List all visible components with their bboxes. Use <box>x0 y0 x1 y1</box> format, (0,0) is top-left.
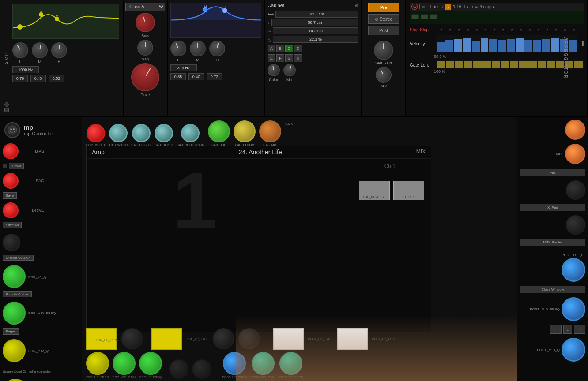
sag-knob[interactable] <box>136 39 154 56</box>
eq-knob-l-dial[interactable] <box>168 38 189 59</box>
pre-mid-gain-knob[interactable] <box>113 352 136 375</box>
letter-btn-f[interactable]: F <box>276 54 284 62</box>
stereo-cab-button[interactable]: STEREO <box>393 181 424 200</box>
step-x-15: × <box>562 27 569 32</box>
letter-btn-b[interactable]: B <box>276 45 284 52</box>
eq-knobs: L M H <box>170 41 261 62</box>
letter-btn-e[interactable]: E <box>268 54 275 62</box>
drive-knob[interactable] <box>126 58 164 96</box>
post-hp-freq-knob[interactable] <box>223 352 246 375</box>
cab-depth-knob[interactable] <box>155 124 173 142</box>
mix-knob-right[interactable] <box>565 144 585 164</box>
amp-label: AMP <box>4 52 9 65</box>
post-hp-freq-group: POST_HP_FREQ <box>222 352 247 379</box>
amp-knob-l-dial[interactable] <box>9 39 31 61</box>
pre-lp-type-pad[interactable] <box>151 328 182 350</box>
right-dark-knob-2[interactable] <box>566 215 585 235</box>
cab-color-dial[interactable] <box>267 63 281 77</box>
mix-group: Mix <box>376 67 392 88</box>
midi-router-button[interactable]: MIDI Router <box>520 239 585 246</box>
mix-knob[interactable] <box>373 64 394 86</box>
pre-button[interactable]: Pre <box>368 3 399 12</box>
cab-mix-knob[interactable] <box>259 120 281 142</box>
letter-btn-d[interactable]: D <box>294 45 302 52</box>
post-hp-type-pad[interactable] <box>273 328 304 350</box>
amp-freq-dropdown[interactable]: 1000 Hz <box>12 66 39 73</box>
ch1-label: Ch 1 <box>384 163 396 169</box>
post-lp-freq-label: POST_LP_FREQ <box>279 376 303 379</box>
right-arrow-button[interactable]: → <box>574 325 585 334</box>
letter-btn-h[interactable]: H <box>294 54 302 62</box>
cab-width-knob[interactable] <box>109 124 128 142</box>
faz-button[interactable]: Faz <box>520 169 585 176</box>
cab-height-group: CAB_HEIGHT <box>131 124 151 146</box>
amp-side-ctrl-1[interactable] <box>4 102 9 107</box>
pre-lp-freq-knob[interactable] <box>139 352 162 375</box>
sag-red-button[interactable] <box>3 173 19 189</box>
gain-knob-top[interactable] <box>565 120 585 140</box>
amp-side-ctrl-2[interactable] <box>4 108 9 112</box>
encoder-knob-1[interactable] <box>3 234 20 251</box>
letter-btn-g[interactable]: G <box>285 54 293 62</box>
amp-knob-h-dial[interactable] <box>50 41 68 59</box>
dark-knob-center-3[interactable] <box>238 328 260 349</box>
dark-knob-1[interactable] <box>169 359 188 379</box>
cab-height-knob[interactable] <box>132 124 151 142</box>
cab-reverse-button[interactable]: CAB_REVERSE <box>359 181 390 200</box>
mix-knob-row: MIX <box>520 144 585 164</box>
cab-reflection-knob[interactable] <box>181 124 200 142</box>
bias-knob[interactable] <box>133 10 158 35</box>
pages-button[interactable]: Pages <box>3 328 19 335</box>
pre-lp-q-knob[interactable] <box>3 265 26 288</box>
xt-pad-button[interactable]: Xt Pad <box>520 204 585 211</box>
stereo-button[interactable]: ⊙ Stereo <box>368 14 399 24</box>
screen-title-row: Amp 24. Another Life MIX <box>87 146 431 159</box>
classa-dropdown[interactable]: Class A <box>125 3 165 11</box>
left-arrow-button[interactable]: ← <box>550 325 562 334</box>
amp-knob-m-dial[interactable] <box>30 41 49 60</box>
eq-knob-h-dial[interactable] <box>208 39 226 58</box>
post-mid-gain-knob[interactable] <box>252 352 275 375</box>
cab-reflection-group: CAB_REFLECTION <box>177 124 204 146</box>
post-lp-freq-knob[interactable] <box>279 352 302 375</box>
big-number: 1 <box>173 161 217 240</box>
encoder-opt-button[interactable]: Encoder Options <box>3 291 32 297</box>
down-button[interactable]: Down <box>9 163 24 169</box>
cab-mix-dial[interactable] <box>282 62 298 78</box>
post-lp-q-knob[interactable] <box>562 258 585 282</box>
pre-hp-q-knob[interactable] <box>3 379 28 381</box>
cab-mix-group: CAB_MIX <box>259 120 281 146</box>
dark-knob-2[interactable] <box>192 359 211 379</box>
cab-hue-knob[interactable] <box>208 120 230 142</box>
bias-red-button[interactable] <box>3 143 19 159</box>
post-button[interactable]: Post <box>368 26 399 35</box>
close-window-button[interactable]: Close Window <box>520 286 585 293</box>
center-btn[interactable]: 1 <box>563 325 572 334</box>
save-as-button[interactable]: Save As <box>3 222 22 228</box>
gate-row: Gate Len. <box>410 60 584 69</box>
cab-color-knob[interactable] <box>234 120 256 142</box>
dark-knob-center-1[interactable] <box>121 328 143 349</box>
post-mid-q-knob[interactable] <box>562 338 585 362</box>
wet-gain-knob[interactable] <box>374 41 393 60</box>
arp-panel: ARPEGGIATOR ⏻ ▭ 1 oct R ♩ 1/16 ♩ ♪ ♫ ≡ 4… <box>406 0 588 116</box>
post-lp-type-pad[interactable] <box>337 328 368 350</box>
pre-mid-freq-knob[interactable] <box>3 302 26 325</box>
dark-knob-center-2[interactable] <box>213 328 234 349</box>
right-dark-knob-1[interactable] <box>566 180 585 200</box>
clip-model-knob[interactable] <box>87 124 105 142</box>
eq-freq-dropdown[interactable]: 316 Hz <box>170 64 197 71</box>
pre-lp-q-label: PRE_LP_Q <box>28 275 46 279</box>
arp-folder-icon[interactable]: ▭ <box>419 4 427 9</box>
drive-red-button[interactable] <box>3 202 19 218</box>
arp-power-btn[interactable]: ⏻ <box>411 4 418 10</box>
pre-hp-freq-knob[interactable] <box>86 352 109 375</box>
license-row: License found Controller connected <box>3 366 79 374</box>
eq-knob-m-dial[interactable] <box>190 41 206 56</box>
save-button[interactable]: Save <box>3 192 17 199</box>
encoder-cc-button[interactable]: Encoder CC & Ch <box>3 255 34 261</box>
post-mid-freq-knob[interactable] <box>562 297 585 321</box>
pre-mid-q-knob[interactable] <box>3 339 26 362</box>
letter-btn-a[interactable]: A <box>268 45 275 52</box>
letter-btn-c[interactable]: C <box>285 45 293 52</box>
